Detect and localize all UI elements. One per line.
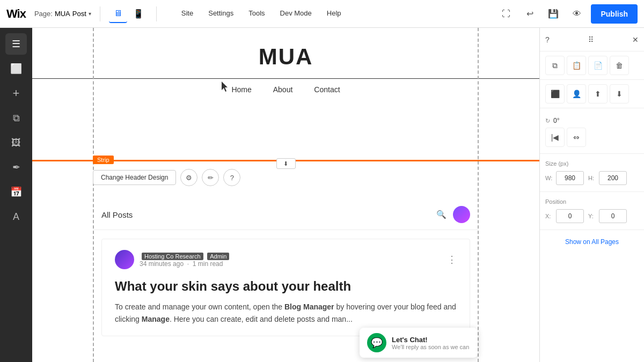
post-content-start: To create and manage your own content, o…	[115, 302, 284, 311]
size-section-title: Size (px)	[545, 160, 639, 167]
y-label: Y:	[588, 213, 597, 219]
sidebar-apps-icon[interactable]: A	[5, 206, 27, 227]
panel-grid-icon[interactable]: ⠿	[588, 35, 594, 44]
canvas: MUA Home About Contact Strip ⬇ Change He…	[32, 28, 539, 362]
x-label: X:	[545, 213, 554, 219]
post-content-end: . Here you can create, edit and delete p…	[170, 315, 353, 323]
panel-person-icon[interactable]: 👤	[567, 84, 586, 104]
topbar-nav: Site Settings Tools Dev Mode Help	[174, 0, 349, 28]
x-input[interactable]	[556, 209, 584, 223]
all-posts-label: All Posts	[101, 210, 133, 219]
panel-topbar: ? ⠿ ✕	[540, 28, 644, 51]
height-label: H:	[588, 175, 597, 181]
width-field: W:	[545, 171, 584, 185]
post-options-icon[interactable]: ⋮	[447, 254, 457, 265]
user-avatar	[453, 206, 470, 223]
page-name-post[interactable]: Post	[72, 10, 86, 18]
panel-paste-icon[interactable]: 📄	[588, 56, 608, 75]
sidebar-pages-icon[interactable]: ☰	[5, 33, 27, 55]
show-all-pages-link[interactable]: Show on All Pages	[565, 238, 619, 246]
manage-text: Manage	[142, 315, 170, 323]
panel-align-top-icon[interactable]: ⬆	[588, 84, 608, 104]
site-header: MUA Home About Contact	[32, 28, 539, 100]
collapse-icon[interactable]: ⛶	[496, 4, 516, 24]
panel-pin-icon[interactable]: |◀	[545, 128, 565, 147]
nav-site[interactable]: Site	[174, 0, 201, 28]
sidebar-media-icon[interactable]: 🖼	[5, 132, 27, 153]
nav-tools[interactable]: Tools	[241, 0, 272, 28]
post-content: To create and manage your own content, o…	[115, 301, 457, 325]
sidebar-calendar-icon[interactable]: 📅	[5, 181, 27, 203]
download-handle[interactable]: ⬇	[276, 158, 296, 169]
undo-icon[interactable]: ↩	[520, 4, 539, 24]
sidebar-blocks-icon[interactable]: ⬜	[5, 58, 27, 79]
sidebar-add-icon[interactable]: +	[5, 83, 27, 104]
page-name[interactable]: MUA	[55, 10, 70, 18]
panel-icon-row-1: ⧉ 📋 📄 🗑	[540, 51, 644, 80]
nav-contact[interactable]: Contact	[314, 85, 340, 94]
y-field: Y:	[588, 209, 627, 223]
publish-button[interactable]: Publish	[591, 4, 638, 24]
wix-logo: Wix	[6, 7, 26, 21]
page-label: Page: MUA Post ▾	[34, 10, 91, 18]
save-icon[interactable]: 💾	[544, 4, 563, 24]
post-author-badge: Admin	[207, 253, 229, 260]
chat-title: Let's Chat!	[392, 336, 469, 344]
height-input[interactable]	[599, 171, 627, 185]
panel-position-section: Position X: Y:	[540, 192, 644, 230]
search-icon[interactable]: 🔍	[433, 206, 450, 223]
change-header-design-button[interactable]: Change Header Design	[93, 170, 176, 185]
right-panel: ? ⠿ ✕ ⧉ 📋 📄 🗑 ⬛ 👤 ⬆ ⬇ ↻ 0° |◀ ⇔	[539, 28, 644, 362]
x-field: X:	[545, 209, 584, 223]
size-row: W: H:	[545, 171, 639, 185]
y-input[interactable]	[599, 209, 627, 223]
sidebar-design-icon[interactable]: ✒	[5, 157, 27, 178]
nav-home[interactable]: Home	[231, 85, 251, 94]
nav-help[interactable]: Help	[319, 0, 349, 28]
blog-manager-text: Blog Manager	[284, 302, 334, 311]
panel-copy-icon[interactable]: ⧉	[545, 56, 565, 75]
chat-widget[interactable]: 💬 Let's Chat! We'll reply as soon as we …	[360, 328, 478, 358]
panel-layer-icon[interactable]: ⬛	[545, 84, 565, 104]
panel-delete-icon[interactable]: 🗑	[610, 56, 629, 75]
settings-icon-btn[interactable]: ⚙	[180, 169, 197, 186]
panel-icon-row-2: ⬛ 👤 ⬆ ⬇	[540, 80, 644, 108]
site-nav: Home About Contact	[32, 79, 539, 100]
topbar-divider-1	[100, 6, 100, 21]
site-title: MUA	[32, 39, 539, 78]
panel-rotate-section: ↻ 0° |◀ ⇔	[540, 108, 644, 154]
topbar: Wix Page: MUA Post ▾ 🖥 📱 Site Settings T…	[0, 0, 644, 28]
chat-avatar-icon: 💬	[367, 333, 386, 352]
panel-align-bottom-icon[interactable]: ⬇	[610, 84, 629, 104]
panel-help-icon[interactable]: ?	[545, 35, 550, 44]
width-input[interactable]	[556, 171, 584, 185]
help-icon-btn[interactable]: ?	[223, 169, 240, 186]
preview-icon[interactable]: 👁	[567, 4, 587, 24]
position-section-title: Position	[545, 198, 639, 205]
nav-about[interactable]: About	[273, 85, 293, 94]
nav-devmode[interactable]: Dev Mode	[273, 0, 319, 28]
post-author-name: Hosting Co Research Admin	[140, 252, 442, 260]
main-layout: ☰ ⬜ + ⧉ 🖼 ✒ 📅 A MUA Home About Contact	[0, 28, 644, 362]
panel-size-section: Size (px) W: H:	[540, 154, 644, 192]
panel-close-icon[interactable]: ✕	[632, 35, 639, 44]
canvas-right-boundary	[478, 28, 479, 362]
left-sidebar: ☰ ⬜ + ⧉ 🖼 ✒ 📅 A	[0, 28, 32, 362]
chat-text-area: Let's Chat! We'll reply as soon as we ca…	[392, 336, 469, 350]
pencil-icon-btn[interactable]: ✏	[202, 169, 219, 186]
rotate-value: 0°	[553, 117, 559, 124]
nav-settings[interactable]: Settings	[201, 0, 241, 28]
panel-distribute-icon[interactable]: ⇔	[567, 128, 586, 147]
mobile-device-btn[interactable]: 📱	[129, 5, 148, 23]
page-chevron-icon[interactable]: ▾	[89, 11, 91, 17]
rotate-icon: ↻	[545, 117, 550, 124]
strip-label: Strip	[93, 156, 114, 164]
post-author-info: Hosting Co Research Admin 34 minutes ago…	[140, 252, 442, 268]
panel-copy2-icon[interactable]: 📋	[567, 56, 586, 75]
post-time: 34 minutes ago · 1 min read	[140, 260, 442, 268]
chat-subtitle: We'll reply as soon as we can	[392, 344, 469, 350]
post-title: What your skin says about your health	[115, 278, 457, 294]
desktop-device-btn[interactable]: 🖥	[109, 5, 127, 23]
sidebar-layers-icon[interactable]: ⧉	[5, 107, 27, 129]
show-all-pages-section: Show on All Pages	[545, 237, 639, 246]
